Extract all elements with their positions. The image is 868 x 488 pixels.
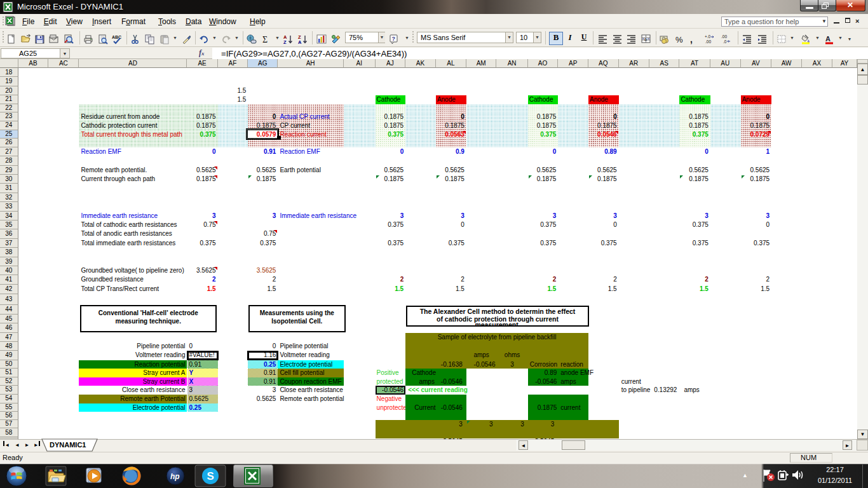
svg-text:A: A xyxy=(825,35,831,43)
svg-text:.00: .00 xyxy=(705,39,711,44)
svg-text:a: a xyxy=(644,36,647,41)
svg-text:,: , xyxy=(690,34,693,44)
svg-text:+.0: +.0 xyxy=(705,34,711,39)
svg-text:Σ: Σ xyxy=(262,35,268,44)
svg-text:?: ? xyxy=(392,36,396,42)
svg-text:A: A xyxy=(298,39,302,45)
svg-text:hp: hp xyxy=(170,472,180,481)
svg-text:S: S xyxy=(207,470,214,482)
svg-text:%: % xyxy=(675,35,683,44)
svg-text:.00: .00 xyxy=(721,34,727,39)
svg-text:.0: .0 xyxy=(723,39,727,44)
svg-text:Z: Z xyxy=(283,39,287,45)
